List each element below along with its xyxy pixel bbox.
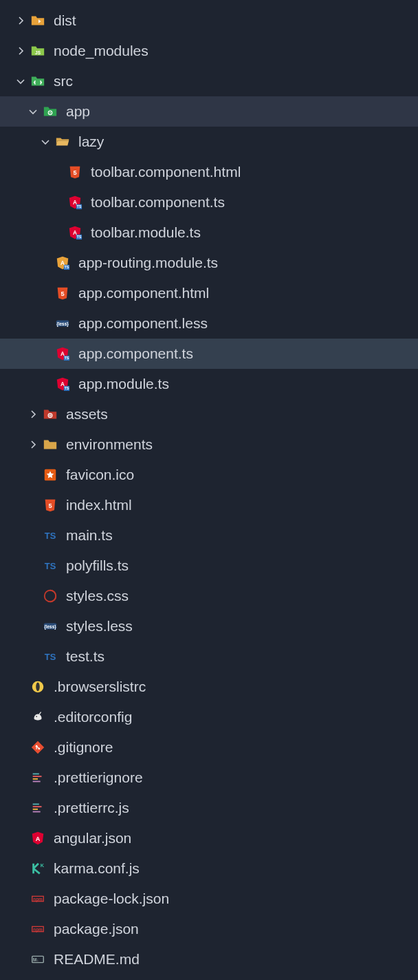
angular-ts-y-icon <box>54 254 72 272</box>
tree-item-label: toolbar.module.ts <box>91 224 201 241</box>
chevron-right-icon[interactable] <box>25 439 41 450</box>
tree-item-label: app.component.html <box>78 285 209 301</box>
tree-item-label: assets <box>66 406 108 423</box>
chevron-right-icon[interactable] <box>12 45 29 56</box>
tree-file[interactable]: styles.less <box>0 611 418 641</box>
tree-item-label: package.json <box>54 921 139 937</box>
css-icon <box>41 587 59 605</box>
angular-icon <box>29 829 47 847</box>
tree-file[interactable]: toolbar.component.html <box>0 157 418 187</box>
tree-folder[interactable]: assets <box>0 399 418 429</box>
folder-env-icon <box>41 436 59 454</box>
tree-item-label: environments <box>66 436 153 453</box>
tree-file[interactable]: .browserslistrc <box>0 672 418 702</box>
less-icon <box>54 315 72 332</box>
tree-item-label: test.ts <box>66 648 104 665</box>
file-explorer-tree: distnode_modulessrcapplazytoolbar.compon… <box>0 0 418 974</box>
prettier-icon <box>29 769 47 787</box>
tree-item-label: .gitignore <box>54 739 113 756</box>
tree-item-label: .editorconfig <box>54 709 132 725</box>
folder-open-icon <box>54 133 72 151</box>
tree-item-label: app <box>66 103 90 120</box>
folder-yellow-icon <box>29 12 47 30</box>
chevron-down-icon[interactable] <box>25 106 41 117</box>
tree-item-label: .prettierrc.js <box>54 800 129 816</box>
chevron-down-icon[interactable] <box>12 76 29 87</box>
tree-folder[interactable]: lazy <box>0 127 418 157</box>
tree-item-label: .prettierignore <box>54 769 143 786</box>
tree-file[interactable]: toolbar.module.ts <box>0 217 418 248</box>
tree-file[interactable]: styles.css <box>0 581 418 611</box>
tree-item-label: styles.less <box>66 618 133 635</box>
ts-icon <box>41 648 59 665</box>
favicon-icon <box>41 466 59 484</box>
tree-file[interactable]: .gitignore <box>0 732 418 763</box>
tree-item-label: dist <box>54 12 76 29</box>
tree-item-label: toolbar.component.html <box>91 164 241 180</box>
tree-file[interactable]: .prettierrc.js <box>0 793 418 823</box>
tree-file[interactable]: index.html <box>0 490 418 520</box>
browserslist-icon <box>29 678 47 696</box>
tree-file[interactable]: app.component.html <box>0 278 418 308</box>
tree-item-label: karma.conf.js <box>54 860 140 877</box>
git-icon <box>29 738 47 756</box>
tree-file[interactable]: README.md <box>0 944 418 974</box>
prettier-icon <box>29 799 47 817</box>
tree-item-label: polyfills.ts <box>66 557 129 574</box>
folder-asset-icon <box>41 405 59 423</box>
tree-item-label: app.component.less <box>78 315 208 332</box>
tree-file[interactable]: app-routing.module.ts <box>0 248 418 278</box>
tree-folder[interactable]: src <box>0 66 418 96</box>
tree-item-label: src <box>54 73 73 89</box>
md-icon <box>29 950 47 968</box>
tree-item-label: .browserslistrc <box>54 679 146 695</box>
tree-folder[interactable]: node_modules <box>0 36 418 66</box>
html5-icon <box>54 284 72 302</box>
tree-item-label: lazy <box>78 134 104 150</box>
chevron-right-icon[interactable] <box>25 409 41 420</box>
tree-item-label: angular.json <box>54 830 131 846</box>
tree-file[interactable]: main.ts <box>0 520 418 551</box>
tree-file[interactable]: karma.conf.js <box>0 853 418 884</box>
angular-ts-icon <box>66 193 84 211</box>
tree-file[interactable]: app.module.ts <box>0 369 418 399</box>
tree-item-label: app-routing.module.ts <box>78 255 218 271</box>
npm-icon <box>29 920 47 938</box>
tree-item-label: package-lock.json <box>54 891 169 907</box>
tree-file[interactable]: test.ts <box>0 641 418 672</box>
tree-item-label: styles.css <box>66 588 129 604</box>
tree-file[interactable]: .prettierignore <box>0 763 418 793</box>
tree-item-label: README.md <box>54 951 140 968</box>
tree-folder[interactable]: environments <box>0 429 418 460</box>
tree-item-label: favicon.ico <box>66 467 134 483</box>
tree-file[interactable]: favicon.ico <box>0 460 418 490</box>
editorconfig-icon <box>29 708 47 726</box>
tree-item-label: toolbar.component.ts <box>91 194 225 211</box>
ts-icon <box>41 526 59 544</box>
tree-file[interactable]: package-lock.json <box>0 884 418 914</box>
tree-item-label: app.module.ts <box>78 376 169 392</box>
tree-file[interactable]: angular.json <box>0 823 418 853</box>
angular-ts-icon <box>54 375 72 393</box>
angular-ts-icon <box>66 224 84 242</box>
html5-icon <box>66 163 84 181</box>
folder-node-icon <box>29 42 47 60</box>
npm-icon <box>29 890 47 908</box>
angular-ts-icon <box>54 345 72 363</box>
less-icon <box>41 617 59 635</box>
folder-src-icon <box>29 72 47 90</box>
tree-item-label: index.html <box>66 497 132 513</box>
html5-icon <box>41 496 59 514</box>
chevron-down-icon[interactable] <box>37 136 54 147</box>
tree-file[interactable]: toolbar.component.ts <box>0 187 418 217</box>
tree-file[interactable]: polyfills.ts <box>0 551 418 581</box>
folder-app-icon <box>41 103 59 120</box>
tree-folder[interactable]: dist <box>0 6 418 36</box>
tree-file[interactable]: .editorconfig <box>0 702 418 732</box>
tree-file[interactable]: app.component.less <box>0 308 418 339</box>
tree-item-label: node_modules <box>54 43 148 59</box>
tree-file[interactable]: app.component.ts <box>0 339 418 369</box>
tree-file[interactable]: package.json <box>0 914 418 944</box>
tree-folder[interactable]: app <box>0 96 418 127</box>
chevron-right-icon[interactable] <box>12 15 29 26</box>
